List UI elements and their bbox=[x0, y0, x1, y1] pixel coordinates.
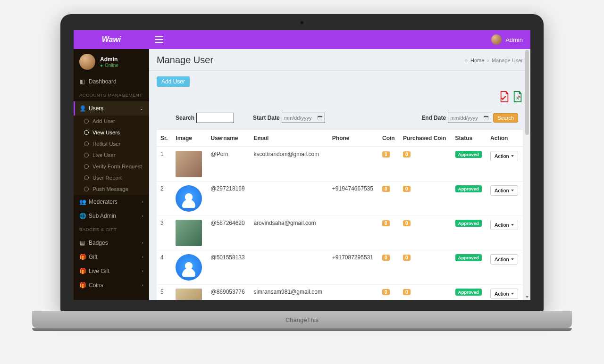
caret-down-icon bbox=[511, 293, 514, 295]
cell-purchased: 0 bbox=[399, 182, 452, 216]
scroll-arrow-down-icon[interactable] bbox=[526, 296, 528, 298]
user-image bbox=[176, 185, 202, 212]
laptop-frame: Wawi Admin Admin Online bbox=[60, 14, 544, 344]
sidebar-item-label: Live Gift bbox=[89, 268, 109, 274]
search-input[interactable] bbox=[196, 113, 234, 123]
caret-down-icon bbox=[511, 224, 514, 226]
export-row: X bbox=[157, 91, 523, 104]
laptop-screen-bezel: Wawi Admin Admin Online bbox=[60, 14, 544, 311]
cell-purchased: 0 bbox=[399, 216, 452, 250]
add-user-button[interactable]: Add User bbox=[157, 76, 190, 87]
cell-username: @869053776 bbox=[207, 285, 250, 300]
sidebar-item-dashboard[interactable]: ◧ Dashboard bbox=[74, 74, 149, 89]
cell-coin: 0 bbox=[378, 250, 399, 285]
sidebar-sub-user-report[interactable]: User Report bbox=[74, 172, 149, 183]
chevron-left-icon: ‹ bbox=[142, 255, 143, 259]
action-dropdown-button[interactable]: Action bbox=[490, 220, 518, 230]
cell-status: Approved bbox=[452, 285, 487, 300]
action-dropdown-button[interactable]: Action bbox=[490, 151, 518, 161]
sidebar-item-gift[interactable]: 🎁 Gift ‹ bbox=[74, 250, 149, 264]
book-icon: ▤ bbox=[79, 240, 85, 246]
cell-email bbox=[250, 250, 328, 285]
cell-sr: 1 bbox=[157, 147, 172, 182]
chevron-left-icon: ‹ bbox=[142, 199, 143, 204]
action-dropdown-button[interactable]: Action bbox=[490, 254, 518, 265]
topbar-user-name: Admin bbox=[505, 36, 523, 43]
sidebar-sub-push-message[interactable]: Push Message bbox=[74, 183, 149, 195]
sidebar-section-accounts: ACCOUNTS MANAGEMENT bbox=[74, 89, 149, 101]
cell-username: @587264620 bbox=[207, 216, 250, 250]
cell-coin: 0 bbox=[378, 216, 399, 250]
filter-search: Search bbox=[176, 113, 234, 123]
export-excel-icon[interactable]: X bbox=[512, 91, 523, 104]
search-button[interactable]: Search bbox=[493, 113, 518, 123]
sidebar-item-sub-admin[interactable]: 🌐 Sub Admin ‹ bbox=[74, 209, 149, 223]
sidebar-item-badges[interactable]: ▤ Badges ‹ bbox=[74, 236, 149, 250]
breadcrumb-home[interactable]: Home bbox=[470, 58, 484, 63]
sidebar-sub-hotlist-user[interactable]: Hotlist User bbox=[74, 138, 149, 149]
export-pdf-icon[interactable] bbox=[499, 91, 510, 104]
brand-logo[interactable]: Wawi bbox=[74, 30, 149, 49]
breadcrumb-separator: › bbox=[487, 58, 489, 63]
table-row: 2@297218169+91947466753500ApprovedAction bbox=[157, 182, 523, 216]
chevron-left-icon: ‹ bbox=[142, 214, 143, 218]
start-date-input[interactable]: mm/dd/yyyy bbox=[282, 113, 325, 123]
topbar-user-menu[interactable]: Admin bbox=[491, 34, 530, 45]
coin-badge: 0 bbox=[382, 289, 390, 295]
svg-rect-2 bbox=[318, 116, 322, 117]
sidebar-submenu-users: Add User View Users Hotlist User Live Us… bbox=[74, 116, 149, 195]
scrollbar-vertical[interactable] bbox=[525, 50, 529, 299]
cell-username: @Porn bbox=[207, 147, 250, 182]
scrollbar-thumb[interactable] bbox=[525, 50, 529, 135]
laptop-base-label: ChangeThis bbox=[285, 316, 319, 323]
cell-action: Action bbox=[487, 182, 523, 216]
hamburger-icon[interactable] bbox=[155, 36, 163, 43]
cell-email: simransam981@gmail.com bbox=[250, 285, 328, 300]
calendar-icon bbox=[317, 115, 323, 121]
cell-status: Approved bbox=[452, 147, 487, 182]
cell-purchased: 0 bbox=[399, 147, 452, 182]
cell-status: Approved bbox=[452, 216, 487, 250]
user-image bbox=[176, 289, 202, 300]
sidebar-item-label: Dashboard bbox=[89, 78, 117, 85]
page-title: Manage User bbox=[157, 55, 213, 66]
table-row: 5@869053776simransam981@gmail.com00Appro… bbox=[157, 285, 523, 300]
avatar-icon bbox=[491, 34, 502, 45]
table-header-row: Sr. Image Username Email Phone Coin Purc… bbox=[157, 130, 523, 147]
th-email: Email bbox=[250, 130, 328, 147]
coin-badge: 0 bbox=[382, 220, 390, 226]
cell-coin: 0 bbox=[378, 285, 399, 300]
end-date-label: End Date bbox=[421, 115, 446, 121]
th-coin: Coin bbox=[378, 130, 399, 147]
cell-coin: 0 bbox=[378, 147, 399, 182]
sidebar-item-moderators[interactable]: 👥 Moderators ‹ bbox=[74, 195, 149, 209]
sidebar-item-live-gift[interactable]: 🎁 Live Gift ‹ bbox=[74, 264, 149, 278]
purchased-badge: 0 bbox=[403, 186, 411, 192]
th-sr: Sr. bbox=[157, 130, 172, 147]
action-dropdown-button[interactable]: Action bbox=[490, 289, 518, 299]
th-username: Username bbox=[207, 130, 250, 147]
sidebar-sub-add-user[interactable]: Add User bbox=[74, 116, 149, 127]
sidebar-sub-verify-form[interactable]: Verify Form Request bbox=[74, 161, 149, 172]
sidebar-item-label: Sub Admin bbox=[89, 213, 116, 219]
cell-coin: 0 bbox=[378, 182, 399, 216]
th-status: Status bbox=[452, 130, 487, 147]
cell-sr: 4 bbox=[157, 250, 172, 285]
sidebar-item-coins[interactable]: 🎁 Coins ‹ bbox=[74, 278, 149, 292]
user-image bbox=[176, 254, 202, 281]
cell-purchased: 0 bbox=[399, 250, 452, 285]
sidebar-item-users[interactable]: 👤 Users ⌄ bbox=[74, 101, 149, 116]
breadcrumb: ⌂ Home › Manage User bbox=[464, 58, 523, 63]
cell-phone: +917087295531 bbox=[328, 250, 378, 285]
user-table: Sr. Image Username Email Phone Coin Purc… bbox=[157, 130, 523, 300]
dashboard-icon: ◧ bbox=[79, 78, 85, 85]
end-date-input[interactable]: mm/dd/yyyy bbox=[448, 113, 491, 123]
th-purchased: Purchased Coin bbox=[399, 130, 452, 147]
sidebar-sub-view-users[interactable]: View Users bbox=[74, 127, 149, 138]
sidebar-sub-live-user[interactable]: Live User bbox=[74, 149, 149, 161]
laptop-base: ChangeThis bbox=[32, 311, 572, 328]
action-dropdown-button[interactable]: Action bbox=[490, 185, 518, 196]
status-badge: Approved bbox=[455, 289, 482, 296]
user-image bbox=[176, 220, 202, 246]
filter-start-date: Start Date mm/dd/yyyy bbox=[253, 113, 325, 123]
